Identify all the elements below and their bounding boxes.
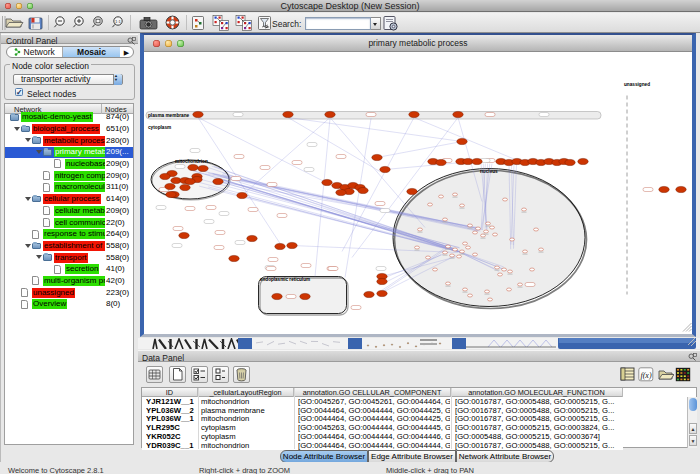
svg-text:endoplasmic reticulum: endoplasmic reticulum xyxy=(260,277,310,282)
svg-text:cytoplasm: cytoplasm xyxy=(148,125,171,130)
svg-text:mitochondrion: mitochondrion xyxy=(175,159,208,164)
svg-text:unassigned: unassigned xyxy=(624,82,650,87)
svg-text:f(x): f(x) xyxy=(640,371,651,380)
svg-text:plasma membrane: plasma membrane xyxy=(148,113,190,118)
svg-text:1:1: 1:1 xyxy=(115,19,121,24)
